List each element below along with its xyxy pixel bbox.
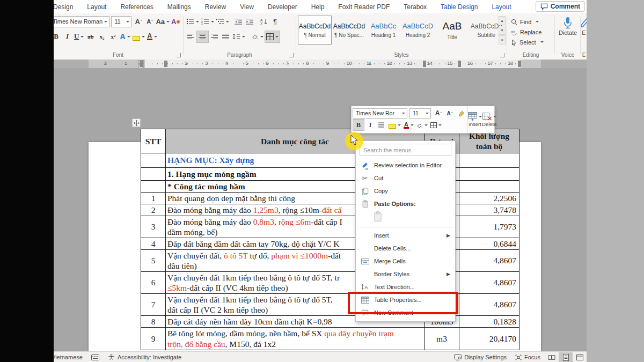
align-right-button[interactable] [209,31,220,42]
strikethrough-button[interactable]: ab [85,31,96,42]
mini-shading-button[interactable] [415,120,429,130]
mini-shrink-font-button[interactable]: Aˇ [444,108,455,119]
display-settings-button[interactable]: Display Settings [450,352,511,362]
tab-view[interactable]: View [233,0,261,13]
cell-qty[interactable]: 1,7973 [459,216,519,238]
tab-developer[interactable]: Developer [261,0,304,13]
align-center-button[interactable] [196,31,209,43]
cell-stt[interactable] [141,181,166,193]
cell-stt[interactable]: 9 [141,328,166,350]
menu-item-copy[interactable]: Copy [356,184,455,197]
style-card-heading-1[interactable]: AaBbCcHeading 1 [367,16,400,45]
ruler-column-marker[interactable] [423,61,426,67]
web-layout-view-button[interactable] [573,352,587,362]
justify-button[interactable] [220,31,231,42]
style-card-no-spac[interactable]: AaBbCcDd¶ No Spac... [332,16,366,45]
bullets-button[interactable] [185,16,200,27]
paste-option-button[interactable] [356,210,455,225]
mini-format-painter-button[interactable] [456,108,466,119]
header-cell-stt[interactable]: STT [141,129,166,153]
mini-insert-button[interactable]: Insert [468,106,482,133]
cell-qty[interactable]: 20,4170 [459,328,519,350]
font-color-button[interactable]: A [146,31,159,42]
cell-stt[interactable]: 3 [141,216,166,238]
menu-item-review-selection-in-editor[interactable]: Review selection in Editor [356,159,455,172]
find-button[interactable]: Find [508,17,554,27]
cell-qty[interactable] [459,153,519,168]
cell-qty[interactable]: 0,1828 [459,316,519,328]
tab-review[interactable]: Review [198,0,233,13]
cell-stt[interactable]: 5 [141,250,166,272]
sort-button[interactable]: AZ [258,16,269,27]
style-card-heading-2[interactable]: AaBbCcDHeading 2 [401,16,435,45]
cell-qty[interactable]: 0,6844 [459,238,519,250]
cell-qty[interactable] [459,181,519,193]
numbering-button[interactable]: 123 [200,16,215,27]
menu-item-merge-cells[interactable]: Merge Cells [356,255,455,268]
font-name-combo[interactable]: Times New Roman [49,16,109,27]
styles-scroll-up-icon[interactable]: ▲ [499,16,506,25]
table-move-handle[interactable] [132,119,141,127]
tab-layout[interactable]: Layout [485,0,518,13]
mini-borders-button[interactable] [429,120,443,130]
text-effects-button[interactable]: A [119,31,131,42]
highlight-color-button[interactable] [131,31,146,42]
subscript-button[interactable]: x₂ [96,31,107,42]
change-case-button[interactable]: Aa [156,16,170,27]
tab-foxit-reader-pdf[interactable]: Foxit Reader PDF [331,0,397,13]
style-card-normal[interactable]: AaBbCcDd¶ Normal [298,16,332,45]
font-dialog-launcher-icon[interactable] [177,53,181,57]
print-layout-view-button[interactable] [559,352,573,362]
tab-mailings[interactable]: Mailings [160,0,198,13]
increase-indent-button[interactable] [244,16,255,27]
superscript-button[interactable]: x² [107,31,119,42]
tab-layout[interactable]: Layout [80,0,113,13]
mini-delete-button[interactable]: Delete [482,106,496,133]
show-formatting-marks-button[interactable]: ¶ [269,16,281,27]
cell-qty[interactable]: 2,2506 [459,193,519,204]
mini-grow-font-button[interactable]: Aˆ [433,108,444,119]
shrink-font-button[interactable]: Aˇ [144,16,156,27]
tab-references[interactable]: References [113,0,160,13]
paragraph-dialog-launcher-icon[interactable] [289,53,294,57]
cell-stt[interactable] [141,153,166,168]
cell-stt[interactable]: 4 [141,238,166,250]
cell-stt[interactable]: 1 [141,193,166,204]
mini-align-button[interactable] [376,120,387,130]
replace-button[interactable]: ab Replace [508,27,554,37]
doc-table[interactable]: STTDanh mục công tácĐơn vịKhối lượng toà… [141,129,519,350]
cell-qty[interactable]: 4,8607 [459,294,519,316]
cell-stt[interactable] [141,168,166,181]
ruler-column-marker[interactable] [518,61,521,67]
focus-button[interactable]: Focus [511,352,545,362]
tab-terabox[interactable]: Terabox [397,0,434,13]
mini-font-name-combo[interactable]: Times New Ror [353,108,407,119]
mini-font-size-combo[interactable]: 11 [409,108,431,119]
cell-unit[interactable]: m3 [425,328,459,350]
line-spacing-button[interactable] [231,31,246,42]
ruler-column-marker[interactable] [458,61,461,67]
cell-desc[interactable]: Bê tông lót móng, dầm móng, nền hầm, bể … [166,328,425,350]
styles-scroll-down-icon[interactable]: ▼ [499,26,506,35]
ruler-column-marker[interactable] [140,61,143,67]
menu-item-border-styles[interactable]: Border Styles▶ [356,268,455,280]
align-left-button[interactable] [185,31,196,42]
comments-button[interactable]: Comment [536,1,585,12]
menu-item-delete-cells[interactable]: Delete Cells... [356,242,455,255]
mini-font-color-button[interactable]: A [402,120,415,130]
cell-qty[interactable]: 4,8607 [459,250,519,272]
styles-gallery-expand-icon[interactable]: ≡ [499,35,506,45]
dictate-button[interactable]: Dictate [555,13,580,36]
cell-stt[interactable]: 7 [141,294,166,316]
keyboard-indicator-icon[interactable] [87,352,104,362]
borders-button[interactable] [265,31,280,43]
clear-formatting-button[interactable]: A◉ [170,16,181,27]
select-button[interactable]: Select [508,37,554,47]
mini-bold-button[interactable]: B [353,119,364,131]
tab-help[interactable]: Help [304,0,332,13]
editor-button[interactable]: E [581,13,587,36]
decrease-indent-button[interactable] [233,16,244,27]
menu-item-cut[interactable]: ✂Cut [356,172,455,184]
mini-italic-button[interactable]: I [365,120,376,130]
cell-stt[interactable]: 8 [141,316,166,328]
